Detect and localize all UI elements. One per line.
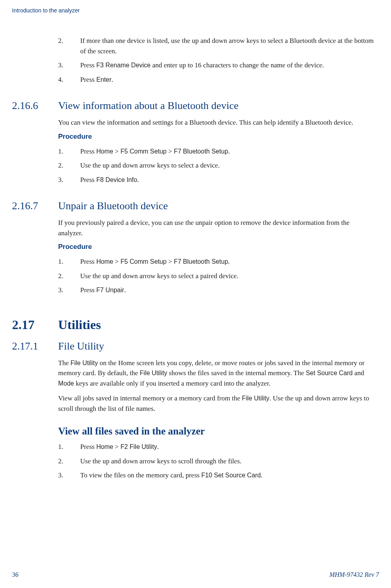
step-text: Press F3 Rename Device and enter up to 1…	[80, 60, 375, 71]
procedure-label: Procedure	[58, 243, 375, 251]
procedure-steps: 1.Press Home > F5 Comm Setup > F7 Blueto…	[58, 257, 375, 295]
rename-device-steps: 2.If more than one device is listed, use…	[58, 36, 375, 85]
step-number: 2.	[58, 160, 80, 171]
step-item: 2.If more than one device is listed, use…	[58, 36, 375, 56]
section-number: 2.17	[12, 317, 58, 332]
section-number: 2.16.6	[12, 100, 58, 112]
step-number: 1.	[58, 257, 80, 267]
step-text: If more than one device is listed, use t…	[80, 36, 375, 56]
section-2-16-7-header: 2.16.7 Unpair a Bluetooth device	[12, 200, 375, 212]
step-text: Press Enter.	[80, 75, 375, 85]
procedure-steps: 1.Press Home > F5 Comm Setup > F7 Blueto…	[58, 146, 375, 185]
step-number: 3.	[58, 175, 80, 185]
procedure-steps: 1.Press Home > F2 File Utility.2.Use the…	[58, 442, 375, 481]
step-number: 2.	[58, 36, 80, 56]
section-2-16-6-header: 2.16.6 View information about a Bluetoot…	[12, 100, 375, 112]
section-intro: If you previously paired a device, you c…	[58, 218, 375, 238]
file-utility-para-2: View all jobs saved in internal memory o…	[58, 393, 375, 414]
section-number: 2.17.1	[12, 340, 58, 352]
step-item: 3.Press F7 Unpair.	[58, 285, 375, 295]
section-2-17-1-header: 2.17.1 File Utility	[12, 340, 375, 352]
procedure-label: Procedure	[58, 133, 375, 141]
page-number: 36	[12, 571, 18, 578]
step-number: 1.	[58, 442, 80, 452]
section-title: Unpair a Bluetooth device	[58, 200, 168, 212]
step-text: Press Home > F5 Comm Setup > F7 Bluetoot…	[80, 146, 375, 157]
step-item: 3.To view the files on the memory card, …	[58, 470, 375, 481]
step-number: 1.	[58, 146, 80, 157]
section-intro: You can view the information and setting…	[58, 117, 375, 128]
step-text: Press Home > F5 Comm Setup > F7 Bluetoot…	[80, 257, 375, 267]
step-number: 3.	[58, 285, 80, 295]
step-item: 1.Press Home > F5 Comm Setup > F7 Blueto…	[58, 146, 375, 157]
step-number: 4.	[58, 75, 80, 85]
step-number: 3.	[58, 60, 80, 71]
step-item: 3.Press F8 Device Info.	[58, 175, 375, 185]
doc-revision: MHM-97432 Rev 7	[329, 571, 379, 578]
step-text: Press F7 Unpair.	[80, 285, 375, 295]
page-header: Introduction to the analyzer	[12, 7, 379, 14]
step-item: 1.Press Home > F5 Comm Setup > F7 Blueto…	[58, 257, 375, 267]
section-title: View information about a Bluetooth devic…	[58, 100, 239, 112]
section-number: 2.16.7	[12, 200, 58, 212]
step-item: 4.Press Enter.	[58, 75, 375, 85]
step-number: 3.	[58, 470, 80, 481]
step-item: 2.Use the up and down arrow keys to scro…	[58, 456, 375, 467]
view-all-files-heading: View all files saved in the analyzer	[58, 426, 375, 437]
step-text: To view the files on the memory card, pr…	[80, 470, 375, 481]
step-text: Press Home > F2 File Utility.	[80, 442, 375, 452]
step-number: 2.	[58, 271, 80, 281]
section-2-17-header: 2.17 Utilities	[12, 317, 375, 332]
step-item: 2.Use the up and down arrow keys to sele…	[58, 271, 375, 281]
file-utility-para-1: The File Utility on the Home screen lets…	[58, 358, 375, 389]
step-item: 2.Use the up and down arrow keys to sele…	[58, 160, 375, 171]
step-text: Use the up and down arrow keys to scroll…	[80, 456, 375, 467]
step-text: Press F8 Device Info.	[80, 175, 375, 185]
step-item: 1.Press Home > F2 File Utility.	[58, 442, 375, 452]
main-content: 2.If more than one device is listed, use…	[58, 36, 375, 481]
section-title: Utilities	[58, 317, 101, 332]
page-footer: 36 MHM-97432 Rev 7	[12, 571, 379, 578]
step-number: 2.	[58, 456, 80, 467]
step-item: 3.Press F3 Rename Device and enter up to…	[58, 60, 375, 71]
section-title: File Utility	[58, 340, 104, 352]
step-text: Use the up and down arrow keys to select…	[80, 271, 375, 281]
step-text: Use the up and down arrow keys to select…	[80, 160, 375, 171]
